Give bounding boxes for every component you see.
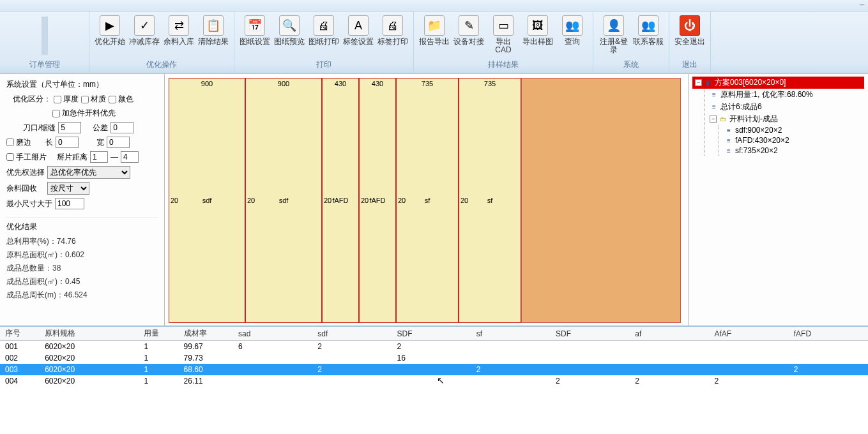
toolbar-icon: 👥 (638, 15, 659, 36)
tolerance-input[interactable] (110, 122, 133, 133)
piece-height-label: 20 (171, 197, 178, 204)
tree-expander-icon[interactable]: − (695, 79, 702, 86)
cut-piece[interactable]: 73520sf (459, 78, 521, 323)
kerf-input[interactable] (58, 122, 81, 133)
result-product-area: 成品总面积(㎡)：0.45 (6, 276, 158, 287)
folder-icon: 🗀 (719, 115, 727, 124)
column-header[interactable]: SDF (551, 327, 630, 341)
column-header[interactable]: sf (471, 327, 551, 341)
break-dist-min-input[interactable] (90, 151, 108, 163)
toolbar-icon: 🖨 (314, 15, 334, 36)
column-header[interactable]: AfAF (709, 327, 788, 341)
settings-title: 系统设置（尺寸单位：mm） (6, 79, 158, 90)
tree-item[interactable]: ≡sf:735×20×2 (722, 146, 864, 156)
table-row[interactable]: 0036020×20168.60222 (0, 364, 868, 375)
ribbon-toolbar: 订单管理 ▶优化开始✓冲减库存⇄余料入库📋清除结果 优化操作 📅图纸设置🔍图纸预… (0, 11, 868, 73)
ribbon-group-label: 排样结果 (414, 58, 593, 71)
doc-icon: ≡ (724, 126, 733, 135)
results-table[interactable]: 序号原料规格用量成材率sadsdfSDFsfSDFafAfAFfAFD 0016… (0, 327, 868, 387)
length-input[interactable] (56, 137, 79, 148)
tree-plan-node[interactable]: − 🗀 开料计划-成品 (707, 113, 864, 125)
tree-expander-icon[interactable]: − (710, 116, 717, 123)
ribbon-group-print: 📅图纸设置🔍图纸预览🖨图纸打印A标签设置🖨标签打印 打印 (234, 11, 414, 73)
ribbon-group-label: 优化操作 (89, 58, 234, 71)
result-utilization: 总利用率(%)：74.76 (6, 236, 158, 247)
ribbon-group-nesting: 📁报告导出✎设备对接▭导出CAD🖼导出样图👥查询 排样结果 (414, 11, 593, 73)
column-header[interactable]: 用量 (139, 327, 178, 341)
toolbar-icon: 🔍 (279, 15, 300, 36)
window-minimize-icon[interactable]: ─ (860, 1, 864, 8)
table-row[interactable]: 0026020×20179.7316 (0, 352, 868, 364)
result-count: 成品总数量：38 (6, 263, 158, 274)
settings-panel: 系统设置（尺寸单位：mm） 优化区分： 厚度 材质 颜色 加急件开料优先 刀口/… (0, 74, 165, 326)
column-header[interactable]: fAFD (789, 327, 868, 341)
column-header[interactable]: SDF (392, 327, 471, 341)
toolbar-icon: 🖨 (383, 15, 403, 36)
nesting-canvas[interactable]: 90020sdf90020sdf43020fAFD43020fAFD73520s… (165, 74, 688, 326)
toolbar-icon: 👤 (604, 15, 624, 36)
priority-label: 优先权选择 (6, 167, 45, 178)
column-header[interactable]: sad (233, 327, 312, 341)
priority-select[interactable]: 总优化率优先 (47, 166, 130, 179)
doc-icon: ≡ (710, 91, 719, 100)
urgent-checkbox[interactable]: 加急件开料优先 (52, 108, 116, 119)
toolbar-icon: 📁 (424, 15, 445, 36)
color-checkbox[interactable]: 颜色 (109, 94, 133, 105)
tree-item[interactable]: ≡sdf:900×20×2 (722, 125, 864, 135)
cut-piece[interactable]: 43020fAFD (322, 78, 359, 323)
width-input[interactable] (107, 137, 130, 148)
cut-piece[interactable]: 73520sf (396, 78, 459, 323)
remnant-select[interactable]: 按尺寸 (47, 182, 89, 195)
column-header[interactable]: sdf (312, 327, 392, 341)
width-label: 宽 (96, 137, 104, 148)
waste-area (521, 78, 681, 323)
piece-name-label: sf (425, 197, 430, 204)
tree-usage-node[interactable]: ≡ 原料用量:1, 优化率:68.60% (707, 89, 864, 101)
thickness-checkbox[interactable]: 厚度 (54, 94, 79, 105)
toolbar-icon: 📅 (245, 15, 265, 36)
tree-item[interactable]: ≡fAFD:430×20×2 (722, 135, 864, 146)
ribbon-group-exit: ⏻安全退出 退出 (669, 11, 711, 73)
piece-height-label: 20 (361, 197, 369, 204)
min-size-input[interactable] (55, 198, 84, 209)
piece-width-label: 735 (484, 80, 496, 87)
piece-width-label: 735 (422, 80, 433, 87)
piece-name-label: sdf (202, 197, 212, 204)
cut-piece[interactable]: 43020fAFD (359, 78, 396, 323)
toolbar-icon: ⇄ (169, 15, 189, 36)
ribbon-group-optimize: ▶优化开始✓冲减库存⇄余料入库📋清除结果 优化操作 (89, 11, 234, 73)
doc-icon: ≡ (724, 136, 733, 145)
column-header[interactable]: af (630, 327, 709, 341)
column-header[interactable]: 成材率 (179, 327, 233, 341)
titlebar: ─ (0, 0, 868, 11)
tree-total-node[interactable]: ≡ 总计6:成品6 (707, 101, 864, 113)
manual-break-checkbox[interactable]: 手工掰片 (6, 152, 47, 163)
cut-piece[interactable]: 90020sdf (245, 78, 322, 323)
material-checkbox[interactable]: 材质 (81, 94, 106, 105)
column-header[interactable]: 原料规格 (40, 327, 139, 341)
tolerance-label: 公差 (93, 123, 108, 133)
column-header[interactable]: 序号 (0, 327, 40, 341)
table-row[interactable]: 0016020×20199.67622 (0, 341, 868, 353)
piece-name-label: fAFD (369, 197, 385, 204)
piece-width-label: 900 (201, 80, 213, 87)
tree-root-label: 方案003[6020×20×0] (715, 77, 786, 88)
toolbar-icon: ✓ (134, 15, 155, 36)
tree-root-node[interactable]: − ◧ 方案003[6020×20×0] (692, 77, 864, 89)
toolbar-icon: ✎ (459, 15, 479, 36)
table-row[interactable]: 0046020×20126.11222 (0, 375, 868, 387)
edge-checkbox[interactable]: 磨边 (6, 137, 31, 148)
order-placeholder-icon (42, 17, 48, 55)
remnant-label: 余料回收 (6, 183, 37, 194)
doc-icon: ≡ (724, 146, 733, 155)
doc-icon: ≡ (710, 103, 719, 112)
piece-name-label: sf (487, 197, 493, 204)
toolbar-icon: A (348, 15, 369, 36)
optimize-area-label: 优化区分： (13, 94, 51, 105)
result-raw-area: 原料总面积(㎡)：0.602 (6, 250, 158, 260)
cut-piece[interactable]: 90020sdf (169, 78, 245, 323)
toolbar-icon: 🖼 (528, 15, 548, 36)
break-dist-max-input[interactable] (121, 151, 139, 163)
piece-height-label: 20 (461, 197, 468, 204)
toolbar-icon: ▶ (100, 15, 120, 36)
